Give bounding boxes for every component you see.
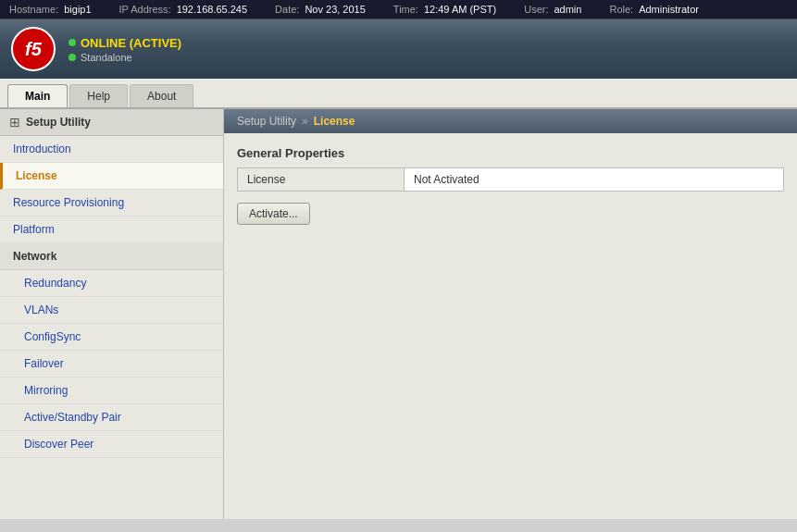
properties-table: License Not Activated (237, 167, 784, 192)
activate-button[interactable]: Activate... (237, 203, 310, 225)
status-info: ONLINE (ACTIVE) Standalone (68, 36, 181, 63)
user-label: User: (524, 4, 548, 15)
sidebar-item-active-standby-pair[interactable]: Active/Standby Pair (0, 404, 223, 431)
sidebar-section-network: Network (0, 243, 223, 270)
ip-label: IP Address: (119, 4, 171, 15)
breadcrumb-current: License (314, 115, 355, 128)
tab-about[interactable]: About (130, 84, 193, 107)
table-row-license: License Not Activated (238, 168, 784, 192)
role-label: Role: (609, 4, 633, 15)
content-body: General Properties License Not Activated… (224, 133, 797, 238)
breadcrumb-root: Setup Utility (237, 115, 296, 128)
nav-tabs: Main Help About (0, 79, 797, 109)
sidebar-item-discover-peer[interactable]: Discover Peer (0, 431, 223, 458)
sidebar-item-redundancy[interactable]: Redundancy (0, 270, 223, 297)
license-value: Not Activated (405, 168, 784, 192)
sidebar-title: Setup Utility (26, 116, 91, 129)
ip-value: 192.168.65.245 (177, 4, 247, 15)
time-label: Time: (393, 4, 418, 15)
sidebar-item-failover[interactable]: Failover (0, 351, 223, 377)
date-label: Date: (275, 4, 299, 15)
main-layout: ⊞ Setup Utility Introduction License Res… (0, 109, 797, 519)
time-value: 12:49 AM (PST) (424, 4, 496, 15)
sidebar: ⊞ Setup Utility Introduction License Res… (0, 109, 224, 519)
status-dot (68, 39, 76, 46)
status-online: ONLINE (ACTIVE) (68, 36, 181, 50)
content: Setup Utility » License General Properti… (224, 109, 797, 519)
license-label: License (238, 168, 405, 192)
tab-main[interactable]: Main (7, 84, 68, 107)
sidebar-icon: ⊞ (9, 115, 20, 130)
top-bar: Hostname: bigip1 IP Address: 192.168.65.… (0, 0, 797, 19)
date-value: Nov 23, 2015 (305, 4, 365, 15)
sidebar-item-mirroring[interactable]: Mirroring (0, 377, 223, 404)
sidebar-item-configsync[interactable]: ConfigSync (0, 324, 223, 351)
hostname-value: bigip1 (64, 4, 91, 15)
role-value: Administrator (639, 4, 699, 15)
sidebar-item-platform[interactable]: Platform (0, 217, 223, 243)
status-mode: Standalone (68, 52, 181, 63)
sidebar-item-resource-provisioning[interactable]: Resource Provisioning (0, 190, 223, 217)
breadcrumb-bar: Setup Utility » License (224, 109, 797, 133)
breadcrumb-separator: » (302, 115, 308, 128)
sidebar-item-license[interactable]: License (0, 163, 223, 190)
sidebar-header: ⊞ Setup Utility (0, 109, 223, 136)
sidebar-item-introduction[interactable]: Introduction (0, 136, 223, 163)
hostname-label: Hostname: (9, 4, 58, 15)
f5-logo: f5 (11, 27, 56, 71)
tab-help[interactable]: Help (69, 84, 128, 107)
sidebar-item-vlans[interactable]: VLANs (0, 297, 223, 324)
mode-dot (68, 54, 76, 61)
header: f5 ONLINE (ACTIVE) Standalone (0, 19, 797, 79)
general-properties-title: General Properties (237, 146, 784, 160)
user-value: admin (554, 4, 581, 15)
